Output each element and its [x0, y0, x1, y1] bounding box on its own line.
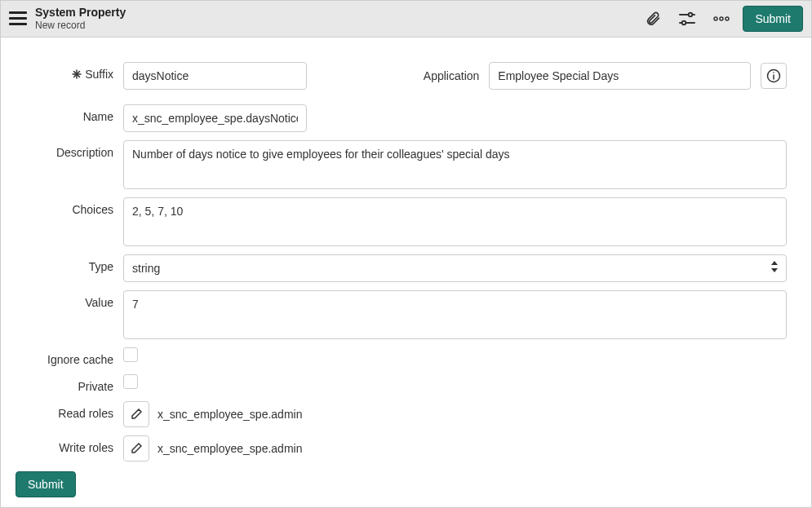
submit-button[interactable]: Submit: [743, 6, 803, 32]
value-label: Value: [85, 296, 113, 309]
svg-point-9: [725, 17, 729, 20]
name-label: Name: [83, 110, 113, 123]
svg-point-5: [689, 13, 692, 16]
required-icon: [72, 69, 82, 79]
edit-read-roles-button[interactable]: [123, 401, 149, 427]
page-subtitle: New record: [35, 20, 126, 31]
private-label: Private: [78, 380, 113, 393]
description-input[interactable]: Number of days notice to give employees …: [123, 140, 787, 189]
read-roles-label: Read roles: [58, 407, 113, 420]
svg-rect-0: [9, 11, 27, 14]
svg-point-7: [714, 17, 717, 20]
page-title: System Property: [35, 6, 126, 20]
description-label: Description: [56, 146, 113, 159]
choices-input[interactable]: 2, 5, 7, 10: [123, 197, 787, 246]
svg-point-8: [720, 17, 723, 20]
ignore-cache-checkbox[interactable]: [123, 347, 138, 362]
type-label: Type: [89, 260, 113, 273]
choices-label: Choices: [72, 203, 113, 216]
submit-button-footer[interactable]: Submit: [16, 471, 76, 497]
type-select[interactable]: string: [123, 254, 787, 282]
form-body: Suffix Application: [1, 38, 811, 462]
settings-icon[interactable]: [674, 6, 700, 32]
read-roles-value: x_snc_employee_spe.admin: [158, 408, 302, 421]
write-roles-label: Write roles: [59, 441, 113, 454]
page-header: System Property New record Submit: [1, 1, 811, 38]
private-checkbox[interactable]: [123, 374, 138, 389]
svg-rect-2: [9, 23, 27, 25]
svg-point-6: [682, 21, 686, 24]
edit-write-roles-button[interactable]: [123, 435, 149, 462]
name-field: [123, 104, 307, 132]
ignore-cache-label: Ignore cache: [47, 353, 113, 366]
info-icon[interactable]: [761, 63, 787, 89]
menu-icon[interactable]: [9, 11, 27, 26]
write-roles-value: x_snc_employee_spe.admin: [158, 442, 302, 455]
svg-rect-1: [9, 17, 27, 20]
footer-bar: Submit: [1, 462, 811, 507]
svg-point-16: [773, 72, 774, 73]
suffix-input[interactable]: [123, 62, 307, 90]
suffix-label: Suffix: [85, 68, 113, 81]
application-label: Application: [424, 69, 480, 82]
application-field: [489, 62, 751, 90]
title-block: System Property New record: [35, 6, 126, 31]
attachment-icon[interactable]: [640, 6, 666, 32]
value-input[interactable]: 7: [123, 290, 787, 339]
more-actions-icon[interactable]: [708, 6, 734, 32]
